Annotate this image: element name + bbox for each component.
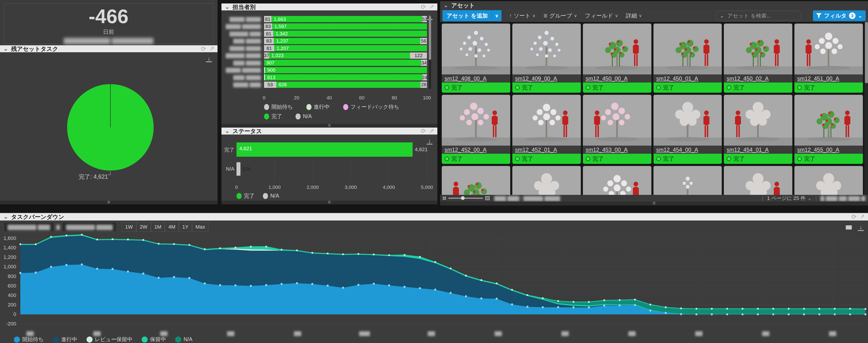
add-asset-dropdown[interactable]: ∨ (492, 11, 501, 20)
asset-thumbnail[interactable] (724, 166, 792, 195)
popout-icon[interactable]: ↗ (429, 3, 434, 11)
chevron-down-icon[interactable]: ⌄ (443, 3, 448, 7)
asset-name-link[interactable]: sm12_451_00_A (795, 74, 863, 82)
assignee-row: ▇▇▇▇ ▇▇▇5362828 (221, 81, 427, 88)
segment-done: 1,597 (272, 23, 427, 30)
asset-thumbnail[interactable] (583, 166, 651, 195)
asset-status-strip[interactable]: 完了 (442, 154, 510, 164)
chevron-down-icon[interactable]: ⌄ (3, 47, 8, 50)
asset-status-strip[interactable]: 完了 (512, 154, 581, 164)
asset-tile (442, 166, 510, 195)
asset-name-link[interactable]: sm12_454_00_A (653, 146, 722, 154)
asset-thumbnail[interactable] (583, 24, 651, 74)
x-tick-label: 5,000 (421, 184, 433, 190)
chevron-down-icon[interactable]: ⌄ (720, 13, 724, 19)
asset-status-label: 完了 (452, 84, 463, 91)
legend-label: 完了 (244, 192, 254, 200)
status-legend: 完了N/A (237, 192, 279, 200)
chevron-down-icon[interactable]: ⌄ (225, 129, 230, 133)
group-icon: ≣ (543, 13, 548, 19)
group-menu[interactable]: ≣ グループ ∨ (543, 12, 577, 20)
asset-name-link[interactable]: sm12_450_01_A (653, 74, 722, 82)
asset-thumbnail[interactable] (583, 95, 651, 146)
sort-menu[interactable]: ↑ ソート ∨ (509, 12, 535, 20)
resize-handle[interactable]: ≡ (440, 202, 868, 205)
asset-thumbnail[interactable] (653, 166, 722, 195)
refresh-icon[interactable]: ⟳ (421, 3, 426, 11)
asset-name-link[interactable]: sm12_454_01_A (724, 146, 792, 154)
asset-status-label: 完了 (734, 84, 745, 91)
asset-name-link[interactable]: sm12_455_00_A (795, 146, 863, 154)
refresh-icon[interactable]: ⟳ (421, 128, 426, 135)
asset-status-strip[interactable]: 完了 (653, 154, 722, 164)
asset-thumbnail[interactable] (442, 24, 510, 74)
popout-icon[interactable]: ↗ (209, 45, 214, 53)
asset-name-link[interactable]: sm12_450_00_A (583, 74, 651, 82)
segment-done-value: 1,342 (276, 31, 288, 36)
asset-name-link[interactable]: sm12_452_01_A (512, 146, 581, 154)
page-size-select[interactable]: 1 ページに 25 件 ⌄ (767, 195, 812, 202)
filter-button[interactable]: フィルタ 3 ⌄ (813, 10, 866, 21)
resize-handle[interactable]: ≡ (221, 201, 437, 204)
asset-grid: sm12_408_00_A完了sm12_409_00_A完了sm12_450_0… (440, 22, 865, 195)
assignee-name: ▇▇▇▇▇ ▇▇▇▇ (221, 53, 261, 58)
asset-name-link[interactable]: sm12_452_00_A (442, 146, 510, 154)
popout-icon[interactable]: ↗ (860, 213, 865, 220)
refresh-icon[interactable]: ⟳ (851, 213, 857, 220)
asset-thumbnail[interactable] (724, 95, 792, 146)
asset-thumbnail[interactable] (653, 95, 722, 146)
popout-icon[interactable]: ↗ (429, 128, 434, 135)
assignee-scrollbar[interactable] (429, 16, 431, 89)
pagination-controls[interactable]: ▇ ▇▇▇ ▇▇ ▇▇▇ ▇ (820, 195, 865, 201)
asset-thumbnail[interactable] (795, 166, 863, 195)
legend-item: 保留中 (142, 336, 166, 343)
asset-name-link[interactable]: sm12_450_02_A (724, 74, 792, 82)
chevron-down-icon[interactable]: ⌄ (858, 12, 863, 19)
segment-na: 34 (421, 60, 427, 66)
asset-search-input[interactable]: ⌄ アセット を検索... (715, 11, 801, 21)
legend-dot (175, 337, 181, 343)
asset-name-link[interactable]: sm12_408_00_A (442, 74, 510, 82)
asset-thumbnail[interactable] (724, 24, 792, 74)
asset-thumbnail[interactable] (795, 95, 863, 146)
asset-name-link[interactable]: sm12_409_00_A (512, 74, 581, 82)
asset-status-strip[interactable]: 完了 (442, 82, 510, 93)
legend-item: 開始待ち (264, 103, 293, 110)
status-bar: 104 (237, 162, 251, 176)
assignee-row: ▇▇▇ ▇▇▇▇90734 (221, 60, 427, 66)
asset-thumbnail[interactable] (512, 24, 581, 74)
asset-name-link[interactable]: sm12_453_00_A (583, 146, 651, 154)
thumbnail-size-slider[interactable] (448, 198, 483, 199)
chevron-down-icon[interactable]: ⌄ (225, 5, 230, 9)
more-menu[interactable]: 詳細 ∨ (626, 12, 642, 20)
asset-thumbnail[interactable] (512, 166, 581, 195)
asset-status-strip[interactable]: 完了 (795, 154, 863, 164)
asset-thumbnail[interactable] (512, 95, 581, 146)
asset-status-strip[interactable]: 完了 (795, 82, 863, 93)
segment-done-value: 907 (266, 60, 274, 66)
assignee-legend: 開始待ち進行中フィードバック待ち完了N/A (264, 103, 431, 120)
fields-menu[interactable]: フィールド ∨ (585, 12, 618, 20)
resize-handle[interactable]: ≡ (0, 201, 218, 204)
assignee-row: ▇▇▇▇ ▇▇▇▇811,207 (221, 45, 427, 51)
legend-label: 開始待ち (272, 103, 293, 110)
add-asset-button[interactable]: アセット を追加 ∨ (442, 10, 501, 21)
asset-grid-scrollbar[interactable] (865, 22, 868, 195)
asset-thumbnail[interactable] (653, 24, 722, 74)
slider-thumb[interactable] (461, 196, 465, 200)
asset-status-strip[interactable]: 完了 (512, 82, 581, 93)
asset-status-strip[interactable]: 完了 (724, 154, 792, 164)
asset-status-strip[interactable]: 完了 (583, 154, 651, 164)
asset-thumbnail[interactable] (795, 24, 863, 74)
chevron-down-icon[interactable]: ⌄ (3, 215, 8, 219)
asset-thumbnail[interactable] (442, 166, 510, 195)
asset-toolbar: アセット を追加 ∨ ↑ ソート ∨ ≣ グループ ∨ フィールド ∨ 詳細 ∨ (440, 9, 868, 22)
asset-status-strip[interactable]: 完了 (583, 82, 651, 93)
download-icon[interactable]: ↓ (206, 56, 212, 62)
asset-status-strip[interactable]: 完了 (653, 82, 722, 93)
asset-thumbnail[interactable] (442, 95, 510, 146)
status-dot-icon (515, 85, 520, 90)
asset-status-strip[interactable]: 完了 (724, 82, 792, 93)
refresh-icon[interactable]: ⟳ (201, 45, 206, 53)
status-panel-title: ステータス (232, 127, 262, 135)
